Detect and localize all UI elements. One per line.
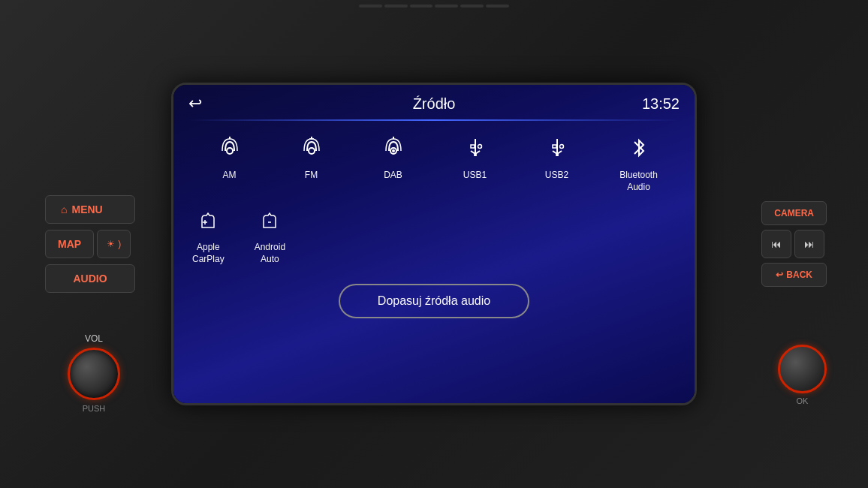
dopasuj-button[interactable]: Dopasuj źródła audio: [339, 284, 529, 318]
map-display-button[interactable]: ☀ ): [97, 230, 131, 258]
fm-label: FM: [305, 170, 318, 182]
svg-point-18: [559, 145, 563, 149]
source-grid: AM FM: [173, 121, 695, 204]
home-icon: ⌂: [61, 203, 67, 215]
ok-label: OK: [797, 396, 809, 405]
ok-knob[interactable]: [778, 345, 827, 393]
back-hw-button[interactable]: ↩ BACK: [761, 263, 827, 287]
time-display: 13:52: [642, 95, 680, 113]
android-auto-label: AndroidAuto: [255, 242, 285, 265]
vol-knob-area: VOL PUSH: [68, 333, 120, 413]
map-group: MAP ☀ ): [45, 230, 135, 258]
svg-point-12: [478, 145, 481, 149]
source-usb1[interactable]: USB1: [438, 136, 512, 193]
infotainment-screen: ↩ Źródło 13:52 AM: [171, 83, 697, 405]
right-panel: CAMERA ⏮ ⏭ ↩ BACK: [761, 201, 827, 287]
map-button[interactable]: MAP: [45, 230, 94, 258]
screen-title: Źródło: [413, 95, 456, 113]
right-knob-area: OK: [778, 345, 827, 405]
camera-button[interactable]: CAMERA: [761, 201, 827, 225]
svg-rect-13: [474, 154, 477, 156]
usb2-label: USB2: [545, 170, 568, 182]
source-fm[interactable]: FM: [274, 136, 348, 193]
second-row: AppleCarPlay AndroidAuto: [173, 204, 695, 276]
source-android-auto[interactable]: AndroidAuto: [255, 208, 285, 265]
am-label: AM: [223, 170, 237, 182]
svg-point-7: [392, 149, 395, 152]
svg-point-2: [309, 148, 315, 154]
bluetooth-label: BluetoothAudio: [619, 170, 658, 193]
screen-content: ↩ Źródło 13:52 AM: [173, 85, 695, 403]
bluetooth-icon: [627, 136, 651, 164]
bottom-button-area: Dopasuj źródła audio: [173, 276, 695, 326]
media-controls: ⏮ ⏭: [761, 230, 827, 258]
dab-label: DAB: [384, 170, 402, 182]
prev-button[interactable]: ⏮: [761, 230, 791, 258]
car-interior: ⌂ MENU MAP ☀ ) AUDIO VOL PUSH ↩ Źródło: [0, 0, 868, 488]
vol-label: VOL: [85, 333, 103, 344]
top-bar: ↩ Źródło 13:52: [173, 85, 695, 119]
back-button[interactable]: ↩: [188, 94, 202, 113]
apple-carplay-icon: [196, 208, 220, 236]
source-dab[interactable]: DAB: [356, 136, 430, 193]
usb1-label: USB1: [463, 170, 487, 182]
fm-icon: [300, 136, 324, 164]
volume-knob[interactable]: [68, 348, 120, 400]
am-icon: [218, 136, 242, 164]
usb1-icon: [463, 136, 487, 164]
svg-rect-11: [471, 145, 475, 148]
menu-button[interactable]: ⌂ MENU: [45, 195, 135, 224]
back-arrow-icon: ↩: [776, 270, 783, 280]
sun-icon: ☀: [107, 239, 115, 249]
source-am[interactable]: AM: [192, 136, 267, 193]
push-label: PUSH: [83, 404, 106, 413]
svg-rect-19: [556, 154, 559, 156]
audio-button[interactable]: AUDIO: [45, 264, 135, 293]
source-apple-carplay[interactable]: AppleCarPlay: [192, 208, 225, 265]
top-vent: [359, 0, 509, 11]
svg-rect-17: [553, 145, 556, 148]
left-panel: ⌂ MENU MAP ☀ ) AUDIO: [45, 195, 135, 293]
moon-icon: ): [118, 239, 121, 249]
source-usb2[interactable]: USB2: [520, 136, 594, 193]
usb2-icon: [545, 136, 569, 164]
dab-icon: [381, 136, 405, 164]
next-button[interactable]: ⏭: [794, 230, 824, 258]
svg-point-0: [227, 148, 233, 154]
android-auto-icon: [258, 208, 282, 236]
source-bluetooth[interactable]: BluetoothAudio: [601, 136, 676, 193]
apple-carplay-label: AppleCarPlay: [192, 242, 225, 265]
